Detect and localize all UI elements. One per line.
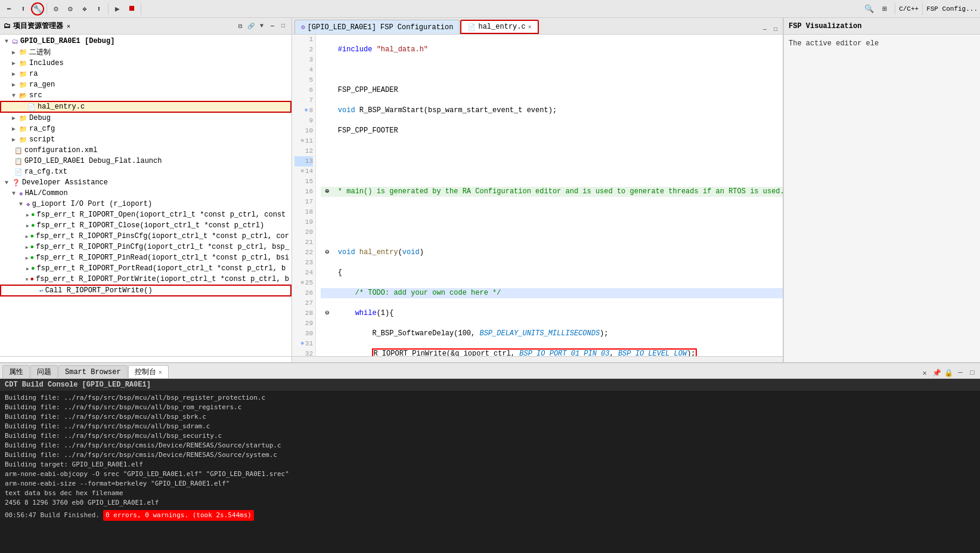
project-tree: ▼ 🗂 GPIO_LED_RA0E1 [Debug] ▶ 📁 二进制 ▶ 📁 I… (0, 35, 291, 356)
settings-icon[interactable]: ⚙ (49, 2, 63, 16)
line-numbers: 1 2 3 4 5 6 7 ⊕8 9 10 ⊖11 12 13 ⊖14 15 1… (292, 35, 316, 356)
tab-console[interactable]: 控制台 ✕ (128, 365, 169, 378)
console-line-5: Building file: ../ra/fsp/src/bsp/mcu/all… (5, 431, 975, 441)
console-line-4: Building file: ../ra/fsp/src/bsp/mcu/all… (5, 422, 975, 431)
filter-icon[interactable]: ▼ (257, 21, 266, 31)
console-line-11: text data bss dec hex filename (5, 489, 975, 498)
sidebar-item-ra[interactable]: ▶ 📁 ra (0, 69, 291, 79)
sidebar-item-dev-assistance[interactable]: ▼ ❓ Developer Assistance (0, 177, 291, 188)
code-line-9 (321, 207, 783, 217)
sidebar-func-portread[interactable]: ▶ ● fsp_err_t R_IOPORT_PortRead(ioport_c… (0, 263, 291, 274)
tab-fsp-config[interactable]: ⚙ [GPIO_LED_RA0E1] FSP Configuration (294, 20, 460, 34)
tab-hal-entry[interactable]: 📄 hal_entry.c ✕ (460, 20, 538, 34)
project-explorer-panel: 🗂 项目资源管理器 ✕ ⊟ 🔗 ▼ — □ ▼ 🗂 GPIO_LED_RA0E1… (0, 18, 292, 362)
sidebar-hscroll[interactable] (0, 356, 291, 362)
maximize-editor-icon[interactable]: □ (771, 24, 780, 34)
sidebar-item-hal-common[interactable]: ▼ ❖ HAL/Common (0, 188, 291, 199)
sidebar-item-launch[interactable]: 📋 GPIO_LED_RA0E1 Debug_Flat.launch (0, 156, 291, 166)
console-title: CDT Build Console [GPIO_LED_RA0E1] (5, 381, 151, 389)
sidebar-item-config-xml[interactable]: 📋 configuration.xml (0, 145, 291, 156)
wrench-icon[interactable]: 🔧 (31, 2, 44, 16)
hal-entry-tab-icon: 📄 (467, 23, 476, 31)
sidebar-item-ra-gen[interactable]: ▶ 📁 ra_gen (0, 79, 291, 90)
console-scroll-lock-icon[interactable]: 🔒 (943, 367, 954, 378)
properties-label: 属性 (9, 367, 23, 377)
link-with-editor-icon[interactable]: 🔗 (246, 21, 256, 31)
console-output[interactable]: Building file: ../ra/fsp/src/bsp/mcu/all… (0, 391, 980, 553)
sidebar-call-portwrite[interactable]: ↩ Call R_IOPORT_PortWrite() (0, 285, 291, 296)
minimize-editor-icon[interactable]: — (760, 24, 770, 34)
binary-label: 二进制 (29, 47, 51, 57)
sidebar-header: 🗂 项目资源管理器 ✕ ⊟ 🔗 ▼ — □ (0, 18, 291, 35)
minimize-sidebar-icon[interactable]: — (268, 21, 277, 31)
sidebar-func-pinscfg[interactable]: ▶ ● fsp_err_t R_IOPORT_PinsCfg(ioport_ct… (0, 231, 291, 242)
code-editor[interactable]: 1 2 3 4 5 6 7 ⊕8 9 10 ⊖11 12 13 ⊖14 15 1… (292, 35, 783, 356)
sidebar-item-hal-entry[interactable]: 📄 hal_entry.c (0, 101, 291, 113)
grid-icon[interactable]: ⊞ (878, 2, 891, 16)
code-line-7 (321, 166, 783, 177)
console-line-7: Building file: ../ra/fsp/src/bsp/cmsis/D… (5, 450, 975, 460)
search-icon[interactable]: 🔍 (863, 2, 876, 16)
stop-icon[interactable]: ⏹ (125, 2, 138, 16)
build-status-line: 00:56:47 Build Finished. 0 errors, 0 war… (5, 510, 975, 521)
sidebar-item-debug[interactable]: ▶ 📁 Debug (0, 113, 291, 123)
console-label: 控制台 (135, 367, 156, 377)
back-button[interactable]: ⬅ (2, 2, 15, 16)
build-time: 00:56:47 Build Finished. (5, 511, 100, 520)
console-pin-icon[interactable]: 📌 (931, 367, 942, 378)
sidebar-tree-icon: 🗂 (4, 21, 11, 30)
tab-properties[interactable]: 属性 (2, 365, 30, 378)
diamond-icon[interactable]: ❖ (78, 2, 91, 16)
console-line-10: arm-none-eabi-size --format=berkeley "GP… (5, 479, 975, 489)
tab-smart-browser[interactable]: Smart Browser (58, 365, 128, 378)
console-tab-close[interactable]: ✕ (159, 369, 162, 376)
smart-browser-label: Smart Browser (65, 368, 121, 376)
console-close-icon[interactable]: ✕ (919, 367, 930, 378)
sidebar-func-portwrite[interactable]: ▼ ● fsp_err_t R_IOPORT_PortWrite(ioport_… (0, 274, 291, 285)
bottom-panel: 属性 问题 Smart Browser 控制台 ✕ ✕ 📌 🔒 — □ CDT … (0, 362, 980, 553)
code-content[interactable]: #include "hal_data.h" FSP_CPP_HEADER voi… (316, 35, 783, 356)
separator-2 (108, 3, 108, 15)
separator-4 (895, 3, 895, 15)
sidebar-item-ra-cfg-txt[interactable]: 📄 ra_cfg.txt (0, 166, 291, 177)
ra-label: ra (29, 70, 38, 78)
project-name: GPIO_LED_RA0E1 [Debug] (20, 37, 114, 45)
sidebar-func-pincfg[interactable]: ▶ ● fsp_err_t R_IOPORT_PinCfg(ioport_ctr… (0, 242, 291, 252)
hal-entry-label: hal_entry.c (38, 103, 85, 111)
sidebar-func-close[interactable]: ▶ ● fsp_err_t R_IOPORT_Close(ioport_ctrl… (0, 220, 291, 231)
hal-entry-close[interactable]: ✕ (528, 23, 532, 30)
editor-hscroll[interactable] (292, 356, 783, 362)
ra-gen-label: ra_gen (29, 81, 55, 89)
sidebar-title: 项目资源管理器 (13, 21, 63, 31)
sidebar-item-binary[interactable]: ▶ 📁 二进制 (0, 47, 291, 58)
toolbar: ⬅ ⬆ 🔧 ⚙ ⚙ ❖ ⬆ ▶ ⏹ 🔍 ⊞ C/C++ FSP Config..… (0, 0, 980, 18)
settings2-icon[interactable]: ⚙ (64, 2, 77, 16)
tab-problems[interactable]: 问题 (30, 365, 58, 378)
code-line-16: R_IOPORT_PinWrite(&g_ioport_ctrl, BSP_IO… (321, 349, 783, 356)
maximize-sidebar-icon[interactable]: □ (278, 21, 288, 31)
sidebar-item-script[interactable]: ▶ 📁 script (0, 134, 291, 145)
run-icon[interactable]: ▶ (111, 2, 124, 16)
sidebar-func-open[interactable]: ▶ ● fsp_err_t R_IOPORT_Open(ioport_ctrl_… (0, 209, 291, 220)
console-maximize-icon[interactable]: □ (967, 367, 978, 378)
main-area: 🗂 项目资源管理器 ✕ ⊟ 🔗 ▼ — □ ▼ 🗂 GPIO_LED_RA0E1… (0, 18, 980, 362)
collapse-all-icon[interactable]: ⊟ (235, 21, 245, 31)
sidebar-item-g-ioport[interactable]: ▼ ❖ g_ioport I/O Port (r_ioport) (0, 199, 291, 209)
editor-tabs: ⚙ [GPIO_LED_RA0E1] FSP Configuration 📄 h… (292, 18, 783, 35)
console-minimize-icon[interactable]: — (955, 367, 966, 378)
hal-common-label: HAL/Common (25, 189, 68, 197)
right-panel-text: The active editor ele (789, 39, 879, 48)
sidebar-item-src[interactable]: ▼ 📂 src (0, 90, 291, 101)
up-button[interactable]: ⬆ (17, 2, 30, 16)
func-close-label: fsp_err_t R_IOPORT_Close(ioport_ctrl_t *… (37, 221, 265, 230)
arrow-icon[interactable]: ⬆ (92, 2, 106, 16)
tree-project-root[interactable]: ▼ 🗂 GPIO_LED_RA0E1 [Debug] (0, 36, 291, 47)
sidebar-func-pinread[interactable]: ▶ ● fsp_err_t R_IOPORT_PinRead(ioport_ct… (0, 252, 291, 263)
sidebar-item-ra-cfg[interactable]: ▶ 📁 ra_cfg (0, 123, 291, 134)
sidebar-item-includes[interactable]: ▶ 📁 Includes (0, 58, 291, 69)
close-sidebar[interactable]: ✕ (67, 23, 70, 30)
ra-cfg-label: ra_cfg (29, 125, 55, 133)
build-result: 0 errors, 0 warnings. (took 2s.544ms) (103, 510, 254, 521)
console-line-3: Building file: ../ra/fsp/src/bsp/mcu/all… (5, 412, 975, 422)
console-line-1: Building file: ../ra/fsp/src/bsp/mcu/all… (5, 393, 975, 403)
